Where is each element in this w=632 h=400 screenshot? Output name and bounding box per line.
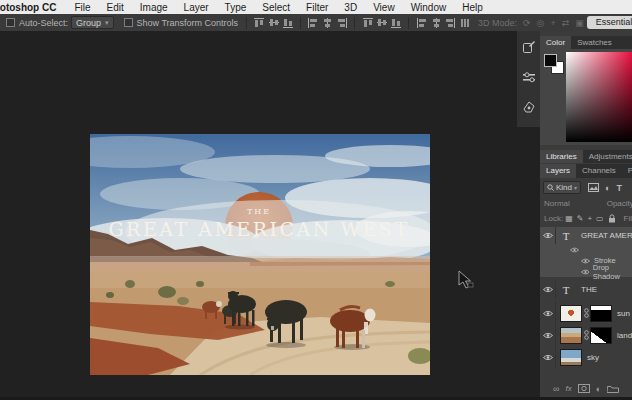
add-mask-icon[interactable] [578,384,590,393]
mask-link-icon [584,308,589,318]
properties-panel-icon[interactable] [522,70,536,84]
distribute-spacing-icon[interactable] [460,18,470,28]
foreground-color-swatch[interactable] [544,54,557,67]
menu-select[interactable]: Select [254,2,298,13]
svg-text:THE: THE [247,207,271,216]
menu-file[interactable]: File [66,2,98,13]
lock-label: Lock: [544,214,563,223]
tab-adjustments[interactable]: Adjustments [583,150,632,163]
3d-camera-icon[interactable]: ▣ [575,18,584,28]
layer-row-sun[interactable]: sun [540,302,632,324]
dock-tabs: Libraries Adjustments Styles [540,150,632,163]
distribute-center-icon[interactable] [431,18,441,28]
menu-bar: Photoshop CC File Edit Image Layer Type … [0,0,632,14]
libraries-panel-icon[interactable] [522,100,536,114]
lock-position-icon[interactable]: + [587,214,592,223]
saturation-brightness-field[interactable] [566,52,632,142]
layer-mask-thumbnail[interactable] [590,305,612,322]
lock-transparency-icon[interactable]: ▦ [565,214,573,223]
menu-view[interactable]: View [365,2,403,13]
text-layer-thumbnail: T [556,284,576,296]
align-middle-icon[interactable] [269,18,279,28]
effects-header-row[interactable] [540,244,632,255]
3d-slide-icon[interactable]: ⇄ [562,18,570,28]
show-transform-checkbox[interactable] [124,18,133,27]
layer-thumbnail[interactable] [560,305,582,322]
tab-swatches[interactable]: Swatches [571,36,618,49]
3d-pan-icon[interactable]: + [550,18,555,28]
color-panel-body [540,49,632,145]
drop-shadow-effect-row[interactable]: Drop Shadow [540,266,632,277]
filter-adjustment-layers-icon[interactable]: ◐ [605,183,610,193]
lock-artboard-icon[interactable]: ▭ [596,214,604,223]
mouse-cursor [458,270,474,290]
distribute-right-icon[interactable] [445,18,455,28]
color-panel-tabs: Color Swatches [540,36,632,49]
layer-row-great-american[interactable]: T GREAT AMERICAN WEST [540,227,632,244]
effect-visibility-toggle[interactable] [570,247,579,253]
tab-libraries[interactable]: Libraries [540,150,583,163]
visibility-toggle[interactable] [540,302,556,324]
menu-window[interactable]: Window [403,2,455,13]
3d-roll-icon[interactable]: ◎ [537,18,545,28]
canvas-artwork: THE GREAT AMERICAN WEST [90,134,430,375]
distribute-left-icon[interactable] [417,18,427,28]
filter-pixel-layers-icon[interactable] [588,183,599,192]
align-top-icon[interactable] [254,18,264,28]
foreground-background-swatches[interactable] [543,53,565,75]
layer-row-landscape[interactable]: landscape [540,324,632,346]
separator [246,17,247,29]
layer-thumbnail[interactable] [560,327,582,344]
auto-select-dropdown[interactable]: Group ▾ [71,16,114,29]
menu-help[interactable]: Help [454,2,491,13]
distribute-bottom-icon[interactable] [391,18,401,28]
menu-edit[interactable]: Edit [99,2,132,13]
effect-visibility-toggle[interactable] [581,258,590,264]
filter-value: Kind [556,183,572,192]
align-right-icon[interactable] [337,18,347,28]
align-left-icon[interactable] [308,18,318,28]
workspace-switcher-button[interactable]: Essentials [587,16,632,29]
adjustment-layer-icon[interactable]: ◐ [596,384,601,394]
layer-name: GREAT AMERICAN WEST [581,231,632,240]
lock-pixels-icon[interactable]: ✎ [577,214,584,223]
layer-style-fx-icon[interactable]: fx [565,384,571,393]
filter-type-layers-icon[interactable]: T [616,183,622,193]
learn-panel-icon[interactable] [522,40,536,54]
chevron-down-icon: ▾ [574,184,577,191]
visibility-toggle[interactable] [540,324,556,346]
distribute-middle-icon[interactable] [377,18,387,28]
distribute-top-icon[interactable] [363,18,373,28]
menu-3d[interactable]: 3D [336,2,365,13]
layer-row-sky[interactable]: sky [540,346,632,368]
menu-type[interactable]: Type [217,2,255,13]
menu-layer[interactable]: Layer [176,2,217,13]
svg-text:GREAT AMERICAN WEST: GREAT AMERICAN WEST [108,218,409,240]
tab-channels[interactable]: Channels [576,164,622,178]
lock-all-icon[interactable] [608,214,616,223]
blend-mode-select[interactable]: Normal [544,199,570,208]
document-canvas[interactable]: THE GREAT AMERICAN WEST [90,134,430,375]
align-center-icon[interactable] [323,18,333,28]
tab-color[interactable]: Color [540,36,571,49]
layer-filter-dropdown[interactable]: Kind ▾ [543,181,581,194]
visibility-toggle[interactable] [540,281,556,298]
effect-visibility-toggle[interactable] [581,269,589,275]
tab-paths[interactable]: Paths [622,164,632,178]
menu-image[interactable]: Image [132,2,176,13]
layer-row-the[interactable]: T THE [540,281,632,298]
3d-rotate-icon[interactable]: ⟳ [523,18,531,28]
visibility-toggle[interactable] [540,227,556,244]
lock-row: Lock: ▦ ✎ + ▭ Fill: [540,211,632,225]
layer-thumbnail[interactable] [560,349,582,366]
collapsed-panel-rail [517,31,540,127]
tab-layers[interactable]: Layers [540,164,576,178]
menu-filter[interactable]: Filter [298,2,336,13]
visibility-toggle[interactable] [540,346,556,368]
align-bottom-icon[interactable] [283,18,293,28]
auto-select-checkbox[interactable] [6,18,15,27]
layer-mask-thumbnail[interactable] [590,327,612,344]
new-group-icon[interactable] [607,384,619,393]
app-title: Photoshop CC [0,2,66,13]
link-layers-icon[interactable]: ∞ [553,384,559,394]
